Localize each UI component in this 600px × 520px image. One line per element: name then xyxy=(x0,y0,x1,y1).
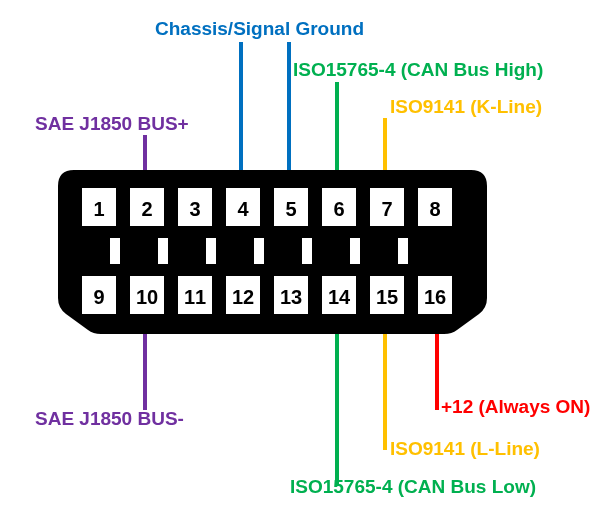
pin-10: 10 xyxy=(136,286,158,308)
pin-5: 5 xyxy=(285,198,296,220)
svg-rect-13 xyxy=(350,238,360,264)
pin-4: 4 xyxy=(237,198,249,220)
svg-rect-8 xyxy=(110,238,120,264)
pin-13: 13 xyxy=(280,286,302,308)
label-pin10: SAE J1850 BUS- xyxy=(35,408,184,429)
svg-rect-14 xyxy=(398,238,408,264)
label-pin14: ISO15765-4 (CAN Bus Low) xyxy=(290,476,536,497)
pin-11: 11 xyxy=(184,286,206,308)
pin-7: 7 xyxy=(381,198,392,220)
pin-2: 2 xyxy=(141,198,152,220)
pin-14: 14 xyxy=(328,286,351,308)
svg-rect-12 xyxy=(302,238,312,264)
obd2-pinout-diagram: 1 2 3 4 5 6 7 8 9 10 11 12 13 14 15 xyxy=(0,0,600,520)
svg-rect-10 xyxy=(206,238,216,264)
svg-rect-9 xyxy=(158,238,168,264)
label-pin7: ISO9141 (K-Line) xyxy=(390,96,542,117)
pin-1: 1 xyxy=(93,198,104,220)
label-pin2: SAE J1850 BUS+ xyxy=(35,113,189,134)
pin-3: 3 xyxy=(189,198,200,220)
pin-12: 12 xyxy=(232,286,254,308)
pin-9: 9 xyxy=(93,286,104,308)
pin-15: 15 xyxy=(376,286,398,308)
pin-6: 6 xyxy=(333,198,344,220)
label-pin16: +12 (Always ON) xyxy=(441,396,590,417)
svg-rect-11 xyxy=(254,238,264,264)
label-pin6: ISO15765-4 (CAN Bus High) xyxy=(293,59,543,80)
label-pin4-5: Chassis/Signal Ground xyxy=(155,18,364,39)
pin-8: 8 xyxy=(429,198,440,220)
connector-body: 1 2 3 4 5 6 7 8 9 10 11 12 13 14 15 xyxy=(58,170,487,334)
pin-16: 16 xyxy=(424,286,446,308)
label-pin15: ISO9141 (L-Line) xyxy=(390,438,540,459)
